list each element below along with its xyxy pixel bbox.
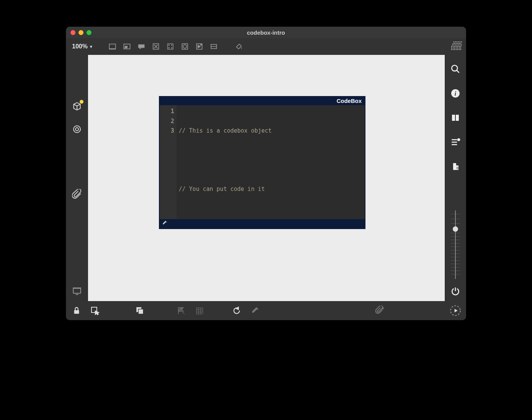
svg-rect-52 xyxy=(459,48,460,48)
paint-bucket-tool-icon[interactable] xyxy=(233,41,245,52)
svg-rect-25 xyxy=(460,42,460,42)
patcher-grid-icon[interactable] xyxy=(451,41,462,52)
svg-rect-4 xyxy=(138,45,145,48)
jsliderbox-tool-icon[interactable] xyxy=(107,41,118,52)
svg-rect-9 xyxy=(167,44,173,50)
svg-rect-37 xyxy=(458,45,459,45)
svg-rect-49 xyxy=(454,48,455,48)
canvas-area[interactable]: CodeBox 1 2 3 // This is a codebox objec… xyxy=(88,55,445,301)
codebox-title: CodeBox xyxy=(160,97,365,105)
svg-rect-56 xyxy=(454,49,455,50)
search-icon[interactable] xyxy=(450,63,461,75)
svg-rect-42 xyxy=(454,46,455,47)
window-controls xyxy=(71,30,91,35)
svg-rect-63 xyxy=(73,289,81,293)
svg-rect-30 xyxy=(457,43,458,44)
layers-icon[interactable] xyxy=(135,305,145,316)
zoom-value: 100% xyxy=(72,43,88,50)
svg-rect-27 xyxy=(453,43,453,44)
grid-toggle-icon[interactable] xyxy=(194,305,205,316)
svg-line-67 xyxy=(457,70,459,73)
code-line xyxy=(179,155,362,165)
toggle-tool-icon[interactable] xyxy=(179,41,191,52)
panel-tool-icon[interactable] xyxy=(208,41,220,52)
volume-slider[interactable] xyxy=(450,210,461,279)
svg-rect-54 xyxy=(451,49,452,50)
line-number-gutter: 1 2 3 xyxy=(160,105,176,219)
comment-tool-icon[interactable] xyxy=(136,41,147,52)
svg-point-13 xyxy=(171,48,172,48)
code-content[interactable]: // This is a codebox object // You can p… xyxy=(176,105,365,219)
play-button-icon[interactable] xyxy=(450,305,461,316)
svg-point-66 xyxy=(452,65,457,71)
power-icon[interactable] xyxy=(450,286,461,297)
paperclip-tool-icon[interactable] xyxy=(71,188,83,200)
codebox-object[interactable]: CodeBox 1 2 3 // This is a codebox objec… xyxy=(159,96,365,229)
svg-rect-47 xyxy=(451,48,452,48)
svg-rect-23 xyxy=(457,42,457,42)
svg-rect-71 xyxy=(456,115,459,121)
svg-marker-17 xyxy=(198,45,200,48)
info-icon[interactable]: i xyxy=(450,88,461,99)
svg-rect-44 xyxy=(457,46,458,47)
svg-rect-0 xyxy=(109,44,116,49)
svg-marker-97 xyxy=(455,309,458,312)
svg-rect-35 xyxy=(455,45,456,45)
patcher-canvas[interactable]: CodeBox 1 2 3 // This is a codebox objec… xyxy=(88,55,445,301)
svg-point-61 xyxy=(74,126,80,133)
right-sidebar: i xyxy=(445,55,466,301)
line-number: 3 xyxy=(160,126,174,136)
svg-rect-59 xyxy=(459,49,460,50)
svg-text:i: i xyxy=(455,90,457,97)
lock-icon[interactable] xyxy=(71,305,82,316)
target-tool-icon[interactable] xyxy=(71,123,83,135)
svg-rect-33 xyxy=(452,45,453,45)
top-toolbar: 100% ▼ m xyxy=(66,38,466,55)
svg-text:m: m xyxy=(125,45,127,49)
svg-rect-32 xyxy=(460,43,461,44)
package-tool-icon[interactable] xyxy=(71,101,83,112)
svg-rect-21 xyxy=(453,42,454,42)
message-tool-icon[interactable]: m xyxy=(121,41,133,52)
svg-rect-43 xyxy=(456,46,457,47)
matrix-tool-icon[interactable] xyxy=(165,41,176,52)
close-window-button[interactable] xyxy=(71,30,75,35)
svg-point-18 xyxy=(200,44,202,45)
zoom-dropdown[interactable]: 100% ▼ xyxy=(70,43,95,50)
build-hammer-icon[interactable] xyxy=(250,305,260,316)
svg-point-75 xyxy=(457,138,460,141)
codebox-editor[interactable]: 1 2 3 // This is a codebox object // You… xyxy=(160,105,365,219)
flag-off-icon[interactable] xyxy=(176,305,186,316)
app-window: codebox-intro 100% ▼ m xyxy=(66,27,466,320)
minimize-window-button[interactable] xyxy=(79,30,83,35)
svg-rect-79 xyxy=(74,310,79,314)
svg-rect-41 xyxy=(453,46,453,47)
svg-rect-29 xyxy=(456,43,457,44)
volume-slider-thumb[interactable] xyxy=(453,226,458,232)
svg-rect-46 xyxy=(460,46,461,47)
bang-tool-icon[interactable] xyxy=(150,41,162,52)
svg-rect-31 xyxy=(459,43,460,44)
main-area: CodeBox 1 2 3 // This is a codebox objec… xyxy=(66,55,466,301)
select-cursor-icon[interactable] xyxy=(90,305,100,316)
svg-rect-45 xyxy=(459,46,460,47)
refresh-icon[interactable] xyxy=(231,305,242,316)
svg-rect-39 xyxy=(461,45,462,45)
svg-rect-51 xyxy=(457,48,458,48)
list-indicator-icon[interactable] xyxy=(450,136,461,148)
codebox-footer xyxy=(160,219,365,228)
titlebar: codebox-intro xyxy=(66,27,466,38)
svg-rect-38 xyxy=(460,45,460,45)
export-icon[interactable] xyxy=(450,161,461,172)
maximize-window-button[interactable] xyxy=(87,30,91,35)
svg-point-15 xyxy=(183,45,186,48)
presentation-tool-icon[interactable] xyxy=(71,285,83,297)
svg-rect-34 xyxy=(453,45,454,45)
svg-rect-48 xyxy=(453,48,453,48)
split-view-icon[interactable] xyxy=(450,112,461,123)
preset-tool-icon[interactable] xyxy=(194,41,205,52)
hammer-icon[interactable] xyxy=(162,220,167,227)
svg-point-62 xyxy=(75,128,79,131)
svg-rect-57 xyxy=(456,49,457,50)
attach-add-icon[interactable] xyxy=(375,305,385,316)
